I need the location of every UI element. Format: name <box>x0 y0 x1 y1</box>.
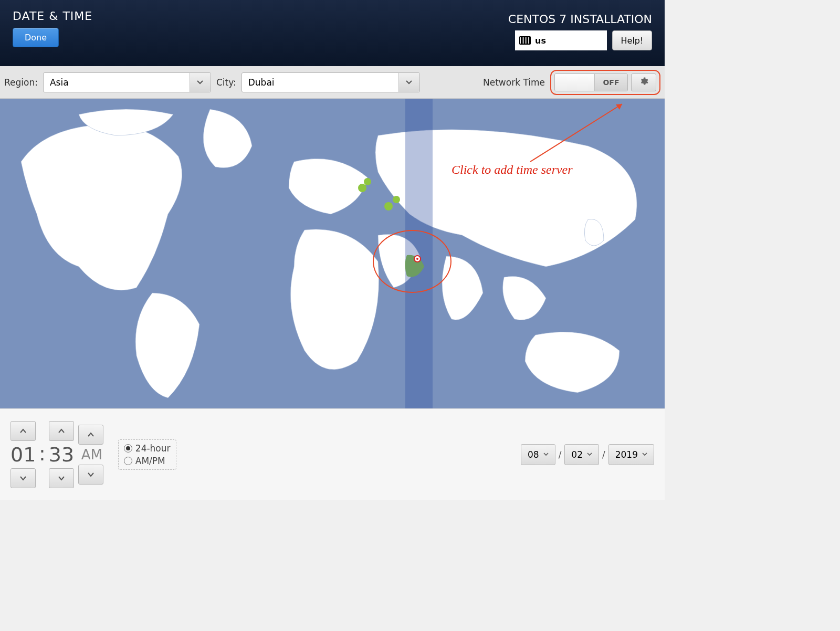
hour-up-button[interactable] <box>10 421 36 441</box>
svg-line-4 <box>530 104 622 162</box>
header-bar: DATE & TIME Done CENTOS 7 INSTALLATION u… <box>0 0 665 66</box>
keyboard-layout-text: us <box>535 36 546 46</box>
install-title: CENTOS 7 INSTALLATION <box>508 13 652 26</box>
month-select[interactable]: 08 <box>521 444 555 465</box>
format-24hour-label: 24-hour <box>135 443 171 454</box>
radio-icon <box>124 457 132 465</box>
annotation-ellipse <box>373 230 452 293</box>
hour-down-button[interactable] <box>10 468 36 488</box>
svg-point-3 <box>364 178 371 185</box>
ampm-up-button[interactable] <box>78 425 103 445</box>
region-value: Asia <box>44 77 75 88</box>
ampm-value: AM <box>79 447 104 462</box>
minute-down-button[interactable] <box>49 468 74 488</box>
minute-up-button[interactable] <box>49 421 74 441</box>
svg-point-1 <box>393 196 400 203</box>
timezone-map[interactable]: Click to add time server <box>0 99 665 408</box>
date-sep: / <box>559 449 562 460</box>
keyboard-layout-indicator[interactable]: us <box>515 30 607 50</box>
ampm-down-button[interactable] <box>78 465 103 485</box>
day-value: 02 <box>571 449 583 460</box>
format-24hour-radio[interactable]: 24-hour <box>124 443 171 454</box>
ntp-settings-button[interactable] <box>631 73 656 91</box>
city-select[interactable]: Dubai <box>242 72 420 92</box>
time-colon: : <box>39 442 46 465</box>
region-label: Region: <box>4 77 38 88</box>
minute-value: 33 <box>49 443 74 466</box>
footer-bar: 01 : 33 AM 24-hour AM/PM 08 / <box>0 408 665 500</box>
radio-icon <box>124 444 132 453</box>
annotation-text: Click to add time server <box>452 163 573 177</box>
svg-point-0 <box>384 202 393 211</box>
date-group: 08 / 02 / 2019 <box>521 444 654 465</box>
keyboard-icon <box>519 36 531 45</box>
year-select[interactable]: 2019 <box>608 444 654 465</box>
network-time-label: Network Time <box>483 77 545 88</box>
time-format-group: 24-hour AM/PM <box>118 439 176 470</box>
city-value: Dubai <box>242 77 281 88</box>
format-ampm-radio[interactable]: AM/PM <box>124 456 171 466</box>
city-label: City: <box>216 77 236 88</box>
network-time-group: OFF <box>550 70 660 95</box>
toggle-state: OFF <box>595 74 627 91</box>
done-button[interactable]: Done <box>13 28 59 47</box>
format-ampm-label: AM/PM <box>135 456 165 466</box>
toggle-thumb <box>555 74 595 91</box>
config-bar: Region: Asia City: Dubai Network Time OF… <box>0 66 665 99</box>
help-button[interactable]: Help! <box>612 30 652 50</box>
date-sep: / <box>602 449 605 460</box>
region-select[interactable]: Asia <box>43 72 211 92</box>
chevron-down-icon <box>190 73 211 92</box>
day-select[interactable]: 02 <box>564 444 599 465</box>
chevron-down-icon <box>398 73 419 92</box>
network-time-toggle[interactable]: OFF <box>554 73 628 91</box>
svg-point-2 <box>358 184 366 192</box>
gear-icon <box>639 77 648 88</box>
month-value: 08 <box>528 449 539 460</box>
hour-value: 01 <box>10 443 36 466</box>
annotation-arrow <box>525 101 630 164</box>
year-value: 2019 <box>615 449 638 460</box>
